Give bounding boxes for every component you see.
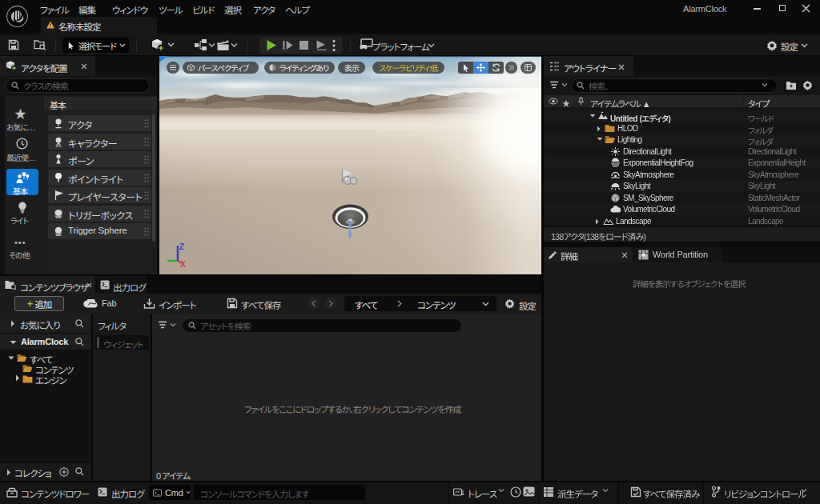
svg-text:X: X (180, 260, 186, 269)
svg-text:Z: Z (179, 242, 184, 251)
